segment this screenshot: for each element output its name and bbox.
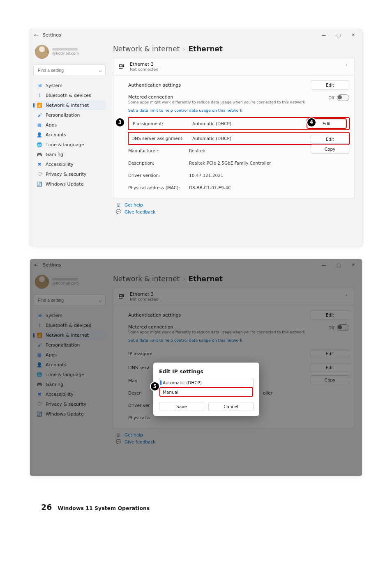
toggle-knob <box>338 95 342 99</box>
breadcrumb-parent[interactable]: Network & internet <box>113 45 180 53</box>
dialog-title: Edit IP settings <box>159 368 254 374</box>
sidebar-item-label: Time & language <box>46 142 84 147</box>
dns-assignment-value: Automatic (DHCP) <box>192 136 231 141</box>
callout-badge-4: 4 <box>307 118 316 126</box>
ethernet-card: 🖳 Ethernet 3 Not connected ˄ Authenticat… <box>113 58 355 198</box>
help-links: ⍰Get help 💬Give feedback <box>113 198 355 214</box>
breadcrumb-current: Ethernet <box>188 45 223 53</box>
account-block[interactable]: @hotmail.com <box>33 43 106 62</box>
breadcrumb: Network & internet › Ethernet <box>113 43 355 58</box>
titlebar: ← Settings — ▢ ✕ <box>30 29 362 41</box>
description-value: Realtek PCIe 2.5GbE Family Controller <box>189 161 271 165</box>
sidebar-item-personalization[interactable]: 🖌Personalization <box>33 110 106 120</box>
page-footer: 26 Windows 11 System Operations <box>0 489 392 512</box>
metered-toggle[interactable]: Off <box>328 94 349 101</box>
account-name-redacted <box>52 48 78 51</box>
page-number: 26 <box>41 503 52 512</box>
dns-assignment-label: DNS server assignment: <box>131 136 185 141</box>
ip-mode-select[interactable]: Automatic (DHCP) Manual <box>159 378 254 397</box>
sidebar-item-label: Network & internet <box>46 103 89 108</box>
manufacturer-value: Realtek <box>189 148 205 153</box>
get-help-label: Get help <box>125 202 143 207</box>
sidebar: @hotmail.com ⌕ 🖥System ᛒBluetooth & devi… <box>30 41 109 246</box>
gaming-icon: 🎮 <box>37 152 42 157</box>
dns-edit-button[interactable]: Edit <box>311 135 349 144</box>
time-icon: 🌐 <box>37 142 42 147</box>
sidebar-item-system[interactable]: 🖥System <box>33 81 106 90</box>
chevron-right-icon: › <box>183 46 185 52</box>
sidebar-item-label: Windows Update <box>46 181 83 187</box>
auth-row: Authentication settings Edit <box>128 78 349 92</box>
book-title: Windows 11 System Operations <box>58 505 150 511</box>
sidebar-item-label: Gaming <box>46 152 63 157</box>
privacy-icon: 🛡 <box>37 172 42 177</box>
mac-key: Physical address (MAC): <box>128 185 182 190</box>
sidebar-item-time[interactable]: 🌐Time & language <box>33 140 106 149</box>
callout-badge-3: 3 <box>116 118 124 126</box>
metered-desc: Some apps might work differently to redu… <box>128 100 305 104</box>
callout-badge-5: 5 <box>151 382 159 390</box>
personalization-icon: 🖌 <box>37 113 42 118</box>
get-help-link[interactable]: ⍰Get help <box>115 202 355 207</box>
mac-value: D8-BB-C1-07-E9-4C <box>189 185 231 190</box>
back-button[interactable]: ← <box>34 32 39 38</box>
accounts-icon: 👤 <box>37 132 42 138</box>
sidebar-item-update[interactable]: 🔄Windows Update <box>33 179 106 189</box>
sidebar-item-apps[interactable]: ▦Apps <box>33 120 106 130</box>
search-icon: ⌕ <box>99 68 102 73</box>
feedback-icon: 💬 <box>115 209 121 214</box>
ip-assignment-label: IP assignment: <box>131 121 185 126</box>
search-input[interactable] <box>37 67 99 73</box>
edit-ip-dialog: Edit IP settings Automatic (DHCP) Manual… <box>153 363 259 416</box>
sidebar-item-label: Accessibility <box>46 162 74 167</box>
give-feedback-link[interactable]: 💬Give feedback <box>115 209 355 214</box>
data-limit-link[interactable]: Set a data limit to help control data us… <box>128 108 305 113</box>
search-box[interactable]: ⌕ <box>33 64 106 76</box>
account-email: @hotmail.com <box>52 51 79 55</box>
description-key: Description: <box>128 161 182 165</box>
sidebar-item-label: System <box>46 83 62 88</box>
save-button[interactable]: Save <box>159 402 204 411</box>
sidebar-item-accessibility[interactable]: ✖Accessibility <box>33 160 106 169</box>
settings-window-2: ← Settings — ▢ ✕ @hotmail.com <box>30 259 362 476</box>
give-feedback-label: Give feedback <box>125 209 155 214</box>
metered-label: Metered connection <box>128 94 305 100</box>
nav-list: 🖥System ᛒBluetooth & devices 📶Network & … <box>33 81 106 189</box>
adapter-status: Not connected <box>130 67 158 71</box>
avatar <box>35 45 49 59</box>
sidebar-item-label: Privacy & security <box>46 172 86 177</box>
ethernet-icon: 🖳 <box>118 62 125 70</box>
auth-edit-button[interactable]: Edit <box>311 80 349 90</box>
network-icon: 📶 <box>37 103 42 108</box>
sidebar-item-label: Apps <box>46 122 57 128</box>
option-manual[interactable]: Manual <box>159 387 253 397</box>
sidebar-item-gaming[interactable]: 🎮Gaming <box>33 150 106 159</box>
ip-assignment-row: IP assignment: Automatic (DHCP) Edit <box>128 117 349 130</box>
toggle-state-label: Off <box>328 96 334 100</box>
maximize-button[interactable]: ▢ <box>332 30 346 40</box>
accessibility-icon: ✖ <box>37 162 42 167</box>
sidebar-item-accounts[interactable]: 👤Accounts <box>33 130 106 140</box>
option-automatic[interactable]: Automatic (DHCP) <box>159 378 253 387</box>
sidebar-item-privacy[interactable]: 🛡Privacy & security <box>33 170 106 179</box>
manufacturer-key: Manufacturer: <box>128 148 182 153</box>
ethernet-sub: Authentication settings Edit Metered con… <box>113 75 354 198</box>
main-panel: Network & internet › Ethernet 🖳 Ethernet… <box>109 41 362 246</box>
chevron-up-icon[interactable]: ˄ <box>344 62 350 71</box>
driver-key: Driver version: <box>128 173 182 178</box>
cancel-button[interactable]: Cancel <box>208 402 254 411</box>
ethernet-header-row[interactable]: 🖳 Ethernet 3 Not connected ˄ <box>113 58 354 75</box>
copy-button[interactable]: Copy <box>311 145 349 154</box>
minimize-button[interactable]: — <box>317 30 331 40</box>
apps-icon: ▦ <box>37 122 42 128</box>
close-button[interactable]: ✕ <box>346 30 360 40</box>
sidebar-item-label: Bluetooth & devices <box>46 93 91 98</box>
app-title: Settings <box>43 32 61 38</box>
system-icon: 🖥 <box>37 83 42 88</box>
toggle-track <box>337 94 349 101</box>
bluetooth-icon: ᛒ <box>37 93 42 98</box>
sidebar-item-bluetooth[interactable]: ᛒBluetooth & devices <box>33 91 106 100</box>
update-icon: 🔄 <box>37 181 42 187</box>
sidebar-item-network[interactable]: 📶Network & internet <box>33 101 106 110</box>
details-block: Copy Manufacturer:Realtek Description:Re… <box>128 144 349 194</box>
